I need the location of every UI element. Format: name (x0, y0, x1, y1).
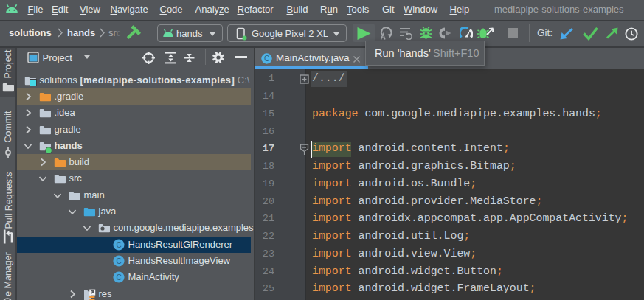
svg-text:C: C (116, 240, 121, 248)
svg-text:C: C (116, 257, 121, 265)
svg-text:C: C (264, 55, 269, 63)
svg-text:C: C (116, 273, 121, 282)
